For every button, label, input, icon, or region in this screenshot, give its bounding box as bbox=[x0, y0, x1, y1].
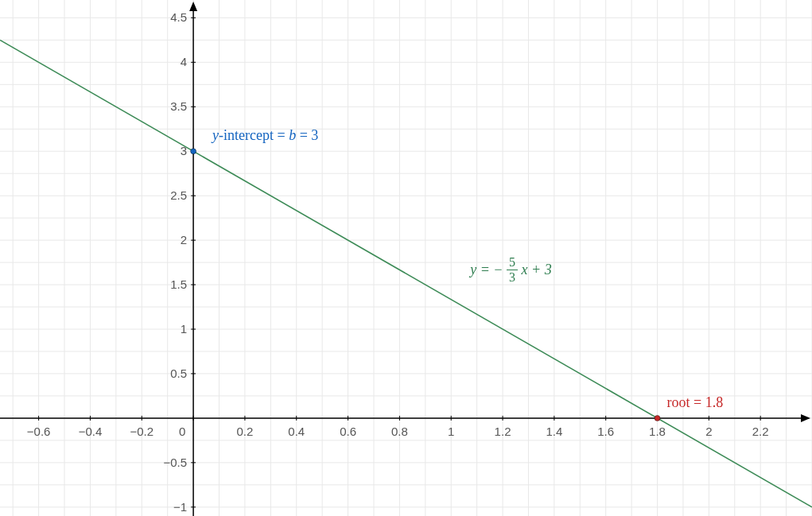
svg-point-87 bbox=[655, 415, 660, 421]
tick-label: −0.6 bbox=[27, 425, 51, 438]
tick-label: −0.4 bbox=[79, 425, 103, 438]
tick-label: −1 bbox=[173, 500, 187, 514]
svg-point-86 bbox=[191, 149, 196, 154]
tick-label: 1 bbox=[448, 425, 454, 438]
tick-label: 1.8 bbox=[649, 425, 666, 438]
tick-label: 1 bbox=[181, 322, 187, 336]
tick-label: 4 bbox=[181, 55, 187, 68]
tick-label: 0.6 bbox=[340, 425, 356, 438]
equation-annotation: y = − 5 3 x + 3 bbox=[470, 257, 551, 285]
root-text: root = 1.8 bbox=[667, 394, 724, 410]
tick-label: 2 bbox=[181, 233, 187, 246]
y-intercept-mid: -intercept = bbox=[219, 127, 289, 143]
data-points bbox=[0, 0, 812, 516]
tick-label: −0.2 bbox=[130, 425, 153, 438]
tick-label: 3.5 bbox=[170, 99, 187, 113]
eq-mid: x + 3 bbox=[522, 262, 552, 277]
tick-label: −0.5 bbox=[163, 456, 187, 469]
y-intercept-var: y bbox=[212, 127, 219, 143]
tick-label: 0.5 bbox=[170, 367, 187, 380]
y-intercept-b: b bbox=[289, 127, 296, 143]
root-annotation: root = 1.8 bbox=[667, 394, 724, 411]
tick-label: 2.5 bbox=[170, 188, 187, 202]
tick-label: 2 bbox=[705, 425, 712, 438]
eq-numerator: 5 bbox=[507, 256, 518, 270]
tick-label: 2.2 bbox=[752, 425, 769, 438]
y-intercept-annotation: y-intercept = b = 3 bbox=[212, 127, 318, 144]
eq-prefix: y = − bbox=[470, 262, 503, 277]
tick-label: 4.5 bbox=[170, 10, 187, 24]
y-intercept-eq: = 3 bbox=[296, 127, 318, 143]
tick-label: 0.2 bbox=[236, 425, 253, 438]
tick-label: 3 bbox=[181, 144, 187, 157]
tick-label: 1.4 bbox=[546, 425, 562, 438]
tick-label: 0.8 bbox=[391, 425, 408, 438]
tick-label: 0.4 bbox=[288, 425, 305, 438]
tick-label: 1.5 bbox=[170, 277, 187, 291]
tick-label: 1.2 bbox=[495, 425, 511, 438]
eq-denominator: 3 bbox=[507, 270, 518, 284]
tick-label: 0 bbox=[179, 425, 185, 438]
linear-function-chart: 12−0.6−0.4−0.20.20.40.60.81.21.41.61.82.… bbox=[0, 0, 812, 516]
fraction-icon: 5 3 bbox=[507, 256, 518, 284]
tick-label: 1.6 bbox=[597, 425, 614, 438]
